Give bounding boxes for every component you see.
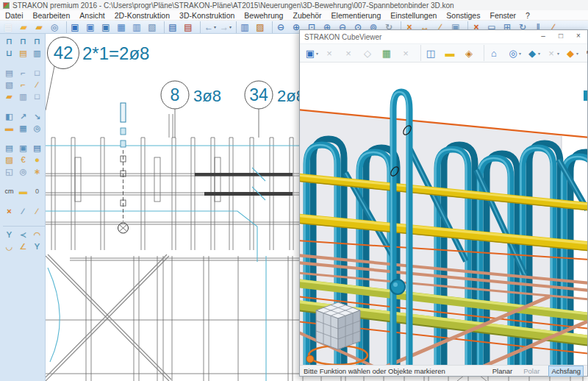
cubeviewer-window: STRAKON CubeViewer –□× ▣▾××◇▦×◫▬◈⌂◎▾◆▾×▾… <box>299 29 588 377</box>
image-export-icon[interactable]: ▦ <box>115 21 131 33</box>
printer-icon[interactable]: ▤ <box>31 143 43 153</box>
select-mode-icon[interactable]: ↖▾ <box>582 45 588 61</box>
pen-icon[interactable]: ∕ <box>31 79 43 90</box>
find-document-icon[interactable]: ◎ <box>49 21 64 33</box>
link-up-icon[interactable]: ↗ <box>17 111 29 121</box>
menu-item[interactable]: Einstellungen <box>390 11 437 20</box>
delete-tool-icon[interactable]: × <box>3 206 15 216</box>
detail-edit-icon[interactable]: ◧ <box>3 111 15 121</box>
layers-icon[interactable]: ▦ <box>379 45 398 61</box>
menu-item[interactable]: Datei <box>5 11 24 20</box>
home-view-icon[interactable]: ⌂ <box>484 45 506 61</box>
menu-item[interactable]: Ansicht <box>79 11 104 20</box>
person-up-icon[interactable]: Y <box>31 241 43 252</box>
open-folder-icon[interactable]: ▰ <box>18 21 33 33</box>
clip-section-icon[interactable]: ◫ <box>420 45 442 61</box>
menu-item[interactable]: Fenster <box>490 11 516 20</box>
minimize-button[interactable]: – <box>534 30 552 43</box>
position-edit-icon[interactable]: ⊓ <box>31 36 43 46</box>
3d-scene <box>300 63 587 365</box>
3d-viewport[interactable] <box>300 63 587 365</box>
maximize-button[interactable]: □ <box>552 30 570 43</box>
plot-preview-icon[interactable]: ▣ <box>17 143 29 153</box>
window-title: STRAKON premium 2016 - C:\Users\progr\Pl… <box>12 1 454 10</box>
redo-icon[interactable]: →▾ <box>218 21 234 33</box>
import-disabled-icon[interactable]: × <box>341 45 360 61</box>
angle-icon[interactable]: ≺ <box>17 229 29 240</box>
ruler-icon[interactable]: ▬ <box>17 186 29 196</box>
zoom-mode-icon[interactable]: ◎▾ <box>506 45 525 61</box>
animation-disabled-icon[interactable]: ×▾ <box>544 45 563 61</box>
edit-drawing-icon[interactable]: ▧ <box>146 21 162 33</box>
measure-icon[interactable]: ▬ <box>442 45 462 61</box>
save-as-icon[interactable]: ▣ <box>85 21 100 33</box>
bend-icon[interactable]: ◠ <box>31 229 43 240</box>
print-setup-icon[interactable]: ▤ <box>182 21 198 33</box>
hatch-icon[interactable]: ∕ <box>31 206 43 216</box>
coin-icon[interactable]: ● <box>31 154 43 165</box>
pin-edit-icon[interactable]: ⌐ <box>17 79 29 90</box>
snap-icon[interactable]: ∗ <box>31 166 43 177</box>
palette-group-positions: ⊓⊓⊓⊔▤▥ <box>3 36 45 58</box>
print-icon[interactable]: ▤ <box>164 21 182 33</box>
formwork-cube-icon[interactable]: ◈ <box>462 45 481 61</box>
close-button[interactable]: × <box>570 30 587 43</box>
cubeviewer-titlebar[interactable]: STRAKON CubeViewer –□× <box>300 30 587 43</box>
status-message: Bitte Funktion wählen oder Objekte marki… <box>304 367 445 375</box>
save-icon[interactable]: ▣ <box>66 21 85 33</box>
undo-icon[interactable]: ←▾ <box>200 21 218 33</box>
save-all-icon[interactable]: ▣ <box>100 21 115 33</box>
app-icon <box>3 2 10 9</box>
mode-achsfang[interactable]: Achsfang <box>548 366 584 377</box>
menu-item[interactable]: 2D-Konstruktion <box>115 11 170 20</box>
menu-item[interactable]: ? <box>526 11 530 20</box>
org-chart-icon[interactable]: ▦ <box>17 123 29 133</box>
display-mode-icon[interactable]: ◆▾ <box>525 45 544 61</box>
window-new-icon[interactable]: ▥ <box>131 21 146 33</box>
zoom-out-icon[interactable]: ⊖ <box>272 21 290 33</box>
capture-disabled-icon[interactable]: × <box>398 45 417 61</box>
open-project-icon[interactable]: ▰ <box>33 21 49 33</box>
walk-icon[interactable]: Y <box>3 229 15 240</box>
pin-sheet-icon[interactable]: ⌐ <box>17 68 29 78</box>
cd-export-icon[interactable]: ◎ <box>31 123 43 133</box>
menu-item[interactable]: 3D-Konstruktion <box>179 11 234 20</box>
menu-item[interactable]: Zubehör <box>293 11 321 20</box>
zero-label[interactable]: 0 <box>31 186 43 196</box>
position-mesh-icon[interactable]: ⊓ <box>17 36 29 46</box>
unit-label[interactable]: cm <box>3 186 15 196</box>
lens-icon[interactable]: ◎ <box>17 166 29 177</box>
plot-icon[interactable]: ▤ <box>3 143 15 153</box>
new-document-icon[interactable]: ▤ <box>2 21 18 33</box>
box-insert-icon[interactable]: ▤ <box>17 48 29 58</box>
frame-icon[interactable]: □ <box>31 91 43 102</box>
bend-add-icon[interactable]: ◡ <box>3 241 15 252</box>
window-icon[interactable]: ◱ <box>3 166 15 177</box>
menu-item[interactable]: Bearbeiten <box>33 11 71 20</box>
position-list-icon[interactable]: ⊔ <box>3 48 15 58</box>
mode-polar[interactable]: Polar <box>521 366 542 376</box>
sheet-edit-icon[interactable]: ▧ <box>3 79 15 90</box>
monitor-icon[interactable]: ▬ <box>3 123 15 133</box>
folder-plan-icon[interactable]: ▰ <box>3 91 15 102</box>
menu-item[interactable]: Elementierung <box>331 11 381 20</box>
export-disabled-icon[interactable]: × <box>322 45 341 61</box>
mode-planar[interactable]: Planar <box>490 366 514 376</box>
link-down-icon[interactable]: ↘ <box>31 111 43 121</box>
position-bar-icon[interactable]: ⊓ <box>3 36 15 46</box>
save-view-icon[interactable]: ▣▾ <box>303 45 322 61</box>
position-copy-icon[interactable]: ▥ <box>31 48 43 58</box>
solid-mode-icon[interactable]: ◆▾ <box>563 45 582 61</box>
brush-icon[interactable]: ∕ <box>17 206 29 216</box>
sheet-send-icon[interactable]: ▨ <box>3 154 15 165</box>
sheet-new-icon[interactable]: ▤ <box>3 68 15 78</box>
menu-item[interactable]: Sonstiges <box>446 11 480 20</box>
menu-item[interactable]: Bewehrung <box>244 11 283 20</box>
book-icon[interactable]: ▥ <box>17 91 29 102</box>
sheet-blank-icon[interactable]: □ <box>31 68 43 78</box>
step-icon[interactable]: ∠ <box>17 241 29 252</box>
paste-icon[interactable]: ▨ <box>254 21 270 33</box>
ghost-cube-icon[interactable]: ◇ <box>360 45 379 61</box>
price-icon[interactable]: € <box>17 154 29 165</box>
copy-icon[interactable]: ▥ <box>236 21 254 33</box>
